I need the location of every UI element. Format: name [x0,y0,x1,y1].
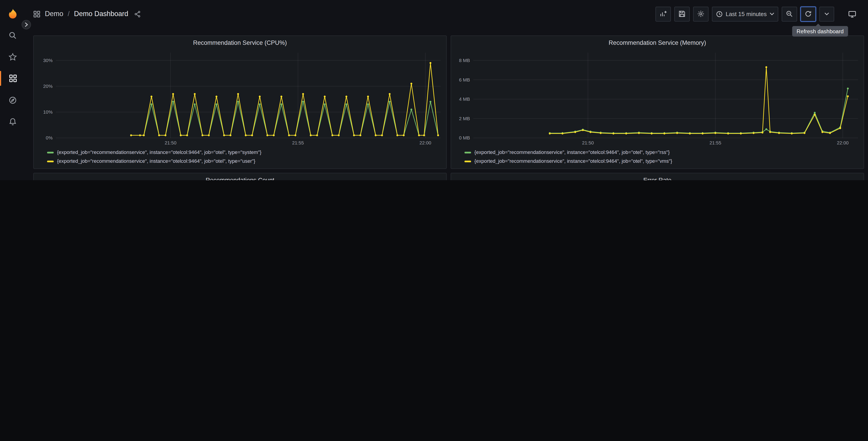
time-range-label: Last 15 minutes [726,10,767,17]
refresh-button[interactable] [800,6,816,21]
time-range-picker[interactable]: Last 15 minutes [712,6,778,21]
legend-item[interactable]: {exported_job="recommendationservice", i… [47,148,442,157]
add-panel-icon [659,10,667,18]
monitor-icon [848,10,857,18]
legend-label[interactable]: {exported_job="recommendationservice", i… [57,158,255,164]
dashboard-settings-button[interactable] [693,6,709,21]
sidebar: ? [0,0,26,180]
svg-text:30%: 30% [43,58,53,63]
legend-swatch [47,160,54,162]
cpu-chart[interactable]: 0%10%20%30%21:5021:5522:00 [34,49,446,147]
chevron-down-icon [769,12,774,16]
clock-icon [716,10,723,18]
top-header: Demo / Demo Dashboard [26,0,868,28]
breadcrumb: Demo / Demo Dashboard [33,10,141,18]
zoom-out-icon [785,10,793,18]
svg-text:21:50: 21:50 [165,140,177,146]
chevron-down-icon [824,12,829,16]
svg-text:22:00: 22:00 [420,140,431,146]
breadcrumb-section[interactable]: Demo [45,10,63,18]
legend-label[interactable]: {exported_job="recommendationservice", i… [57,150,261,155]
refresh-icon [804,10,812,18]
svg-text:6 MB: 6 MB [459,77,470,82]
legend-swatch [47,151,54,153]
sidebar-item-starred[interactable] [0,46,26,67]
panel-recommendations-count: Recommendations Count 024681021:5021:552… [33,173,447,180]
search-icon [8,31,17,40]
svg-text:4 MB: 4 MB [459,96,470,101]
svg-text:0 MB: 0 MB [459,135,470,140]
grafana-flame-icon [6,8,19,20]
dashboards-grid-icon [9,74,17,83]
svg-text:10%: 10% [43,109,53,115]
panel-title[interactable]: Recommendation Service (Memory) [451,36,864,49]
panel-recommendation-cpu: Recommendation Service (CPU%) 0%10%20%30… [33,35,447,169]
legend-item[interactable]: {exported_job="recommendationservice", i… [47,157,442,166]
sidebar-item-explore[interactable] [0,89,26,111]
panel-legend: {exported_job="recommendationservice", i… [451,147,864,168]
chevron-right-icon [25,22,28,27]
add-panel-button[interactable] [655,6,671,21]
legend-label[interactable]: {exported_job="recommendationservice", i… [474,150,670,155]
save-icon [678,10,686,18]
save-dashboard-button[interactable] [674,6,689,21]
legend-label[interactable]: {exported_job="recommendationservice", i… [474,158,672,164]
sidebar-item-dashboards[interactable] [0,67,26,89]
dashboard-grid: Recommendation Service (CPU%) 0%10%20%30… [26,28,868,180]
sidebar-item-search[interactable] [0,25,26,46]
svg-text:21:55: 21:55 [709,140,721,146]
panel-title[interactable]: Recommendations Count [34,173,446,180]
kiosk-mode-button[interactable] [844,6,860,21]
star-icon [8,52,17,61]
dashboard-toolbar: Last 15 minutes [655,6,860,21]
panel-title[interactable]: Recommendation Service (CPU%) [34,36,446,49]
gear-icon [697,10,705,18]
compass-icon [8,95,17,105]
legend-item[interactable]: {exported_job="recommendationservice", i… [465,148,859,157]
grafana-logo[interactable] [0,3,26,25]
sidebar-item-alerting[interactable] [0,111,26,132]
panel-legend: {exported_job="recommendationservice", i… [34,147,446,168]
zoom-out-button[interactable] [781,6,797,21]
bell-icon [8,117,17,126]
svg-text:21:50: 21:50 [582,140,594,146]
share-icon[interactable] [134,10,141,18]
panel-title[interactable]: Error Rate [451,173,864,180]
sidebar-expand-button[interactable] [22,20,31,29]
svg-text:21:55: 21:55 [292,140,304,146]
svg-text:8 MB: 8 MB [459,58,470,63]
breadcrumb-separator: / [68,10,69,18]
legend-item[interactable]: {exported_job="recommendationservice", i… [465,157,859,166]
legend-swatch [465,160,471,162]
panel-error-rate: Error Rate 02040608010021:5021:5522:00 {… [451,173,864,180]
refresh-tooltip-text: Refresh dashboard [797,28,843,34]
grafana-app: ? Demo / Demo Dashboard [0,0,868,180]
breadcrumb-page: Demo Dashboard [74,10,128,18]
svg-text:22:00: 22:00 [837,140,848,146]
svg-text:2 MB: 2 MB [459,116,470,121]
refresh-interval-dropdown[interactable] [819,6,834,21]
svg-text:20%: 20% [43,84,53,89]
svg-text:0%: 0% [46,135,53,140]
apps-grid-icon[interactable] [33,10,40,18]
panel-recommendation-memory: Recommendation Service (Memory) 0 MB2 MB… [451,35,864,169]
legend-swatch [465,151,471,153]
refresh-tooltip: Refresh dashboard [792,26,848,36]
memory-chart[interactable]: 0 MB2 MB4 MB6 MB8 MB21:5021:5522:00 [451,49,864,147]
